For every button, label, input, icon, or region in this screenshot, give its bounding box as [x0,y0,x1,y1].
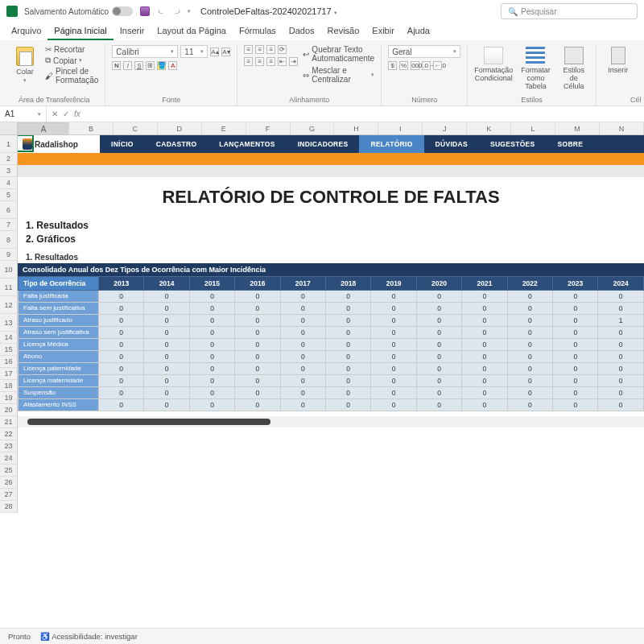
data-cell[interactable]: 0 [507,326,552,338]
data-cell[interactable]: 0 [371,326,416,338]
data-cell[interactable]: 0 [462,290,507,302]
menu-página-inicial[interactable]: Página Inicial [47,23,113,40]
data-cell[interactable]: 0 [280,374,325,386]
row-header-11[interactable]: 11 [0,279,18,296]
row-header-3[interactable]: 3 [0,165,18,177]
row-header-21[interactable]: 21 [0,416,18,428]
data-cell[interactable]: 0 [598,350,644,362]
merge-center-button[interactable]: ⇔Mesclar e Centralizar ▾ [303,66,374,84]
qat-dropdown[interactable]: ▾ [188,8,191,14]
data-cell[interactable]: 0 [144,374,189,386]
data-cell[interactable]: 0 [189,326,234,338]
row-header-13[interactable]: 13 [0,314,18,332]
menu-exibir[interactable]: Exibir [365,23,401,40]
col-header-J[interactable]: J [423,122,467,134]
row-header-15[interactable]: 15 [0,344,18,356]
data-cell[interactable]: 0 [280,326,325,338]
data-cell[interactable]: 0 [189,350,234,362]
col-header-A[interactable]: A [18,122,69,135]
row-header-5[interactable]: 5 [0,189,18,201]
data-cell[interactable]: 0 [235,386,280,398]
data-cell[interactable]: 0 [553,338,598,350]
data-cell[interactable]: 0 [462,338,507,350]
data-cell[interactable]: 0 [280,350,325,362]
menu-fórmulas[interactable]: Fórmulas [233,23,283,40]
select-all-corner[interactable] [0,122,18,134]
data-cell[interactable]: 0 [326,290,371,302]
nav-dúvidas[interactable]: DÚVIDAS [424,135,479,153]
data-cell[interactable]: 0 [507,374,552,386]
toggle-icon[interactable] [112,6,133,16]
row-header-18[interactable]: 18 [0,380,18,392]
fill-color-button[interactable]: 🪣 [157,61,166,70]
data-cell[interactable]: 0 [189,362,234,374]
data-cell[interactable]: 0 [280,338,325,350]
row-header-23[interactable]: 23 [0,440,18,452]
number-format-select[interactable]: Geral▾ [388,45,460,58]
row-header-19[interactable]: 19 [0,392,18,404]
data-cell[interactable]: 0 [280,398,325,411]
data-cell[interactable]: 0 [189,338,234,350]
data-cell[interactable]: 0 [99,326,144,338]
increase-font-button[interactable]: A▴ [210,47,219,56]
inc-decimal[interactable]: .0→ [422,61,431,70]
data-cell[interactable]: 0 [99,374,144,386]
row-header-17[interactable]: 17 [0,368,18,380]
data-cell[interactable]: 0 [371,350,416,362]
formula-bar[interactable]: ✕✓fx [47,106,644,122]
data-cell[interactable]: 0 [462,326,507,338]
data-cell[interactable]: 0 [553,374,598,386]
menu-dados[interactable]: Dados [283,23,321,40]
data-cell[interactable]: 0 [507,314,552,326]
copy-button[interactable]: ⧉Copiar ▾ [45,56,98,65]
sheet-content[interactable]: Radalishop INÍCIOCADASTROLANÇAMENTOSINDI… [18,135,644,513]
data-cell[interactable]: 0 [326,302,371,314]
data-cell[interactable]: 0 [144,350,189,362]
bold-button[interactable]: N [112,61,121,70]
data-cell[interactable]: 0 [326,374,371,386]
row-header-9[interactable]: 9 [0,249,18,261]
font-select[interactable]: Calibri▾ [112,45,178,58]
col-header-C[interactable]: C [114,122,158,134]
align-mid[interactable]: ≡ [255,45,264,54]
data-cell[interactable]: 0 [553,314,598,326]
data-cell[interactable]: 0 [144,326,189,338]
data-cell[interactable]: 0 [189,302,234,314]
data-cell[interactable]: 0 [598,302,644,314]
nav-início[interactable]: INÍCIO [100,135,145,153]
font-color-button[interactable]: A [168,61,177,70]
nav-lançamentos[interactable]: LANÇAMENTOS [208,135,286,153]
data-cell[interactable]: 0 [416,302,461,314]
row-header-8[interactable]: 8 [0,231,18,249]
data-cell[interactable]: 0 [598,386,644,398]
indent-inc[interactable]: ⇥ [289,57,298,66]
menu-arquivo[interactable]: Arquivo [5,23,47,40]
data-cell[interactable]: 0 [99,314,144,326]
col-header-D[interactable]: D [158,122,202,134]
data-cell[interactable]: 0 [235,398,280,411]
data-cell[interactable]: 0 [416,362,461,374]
nav-cadastro[interactable]: CADASTRO [145,135,208,153]
toc-item[interactable]: 1. Resultados [26,219,644,233]
data-cell[interactable]: 0 [553,350,598,362]
orientation[interactable]: ⟳ [278,45,287,54]
data-cell[interactable]: 0 [553,386,598,398]
horizontal-scrollbar[interactable] [18,416,644,427]
comma-button[interactable]: 000 [411,61,419,70]
data-cell[interactable]: 0 [235,362,280,374]
data-cell[interactable]: 0 [507,350,552,362]
data-cell[interactable]: 0 [416,326,461,338]
data-cell[interactable]: 0 [99,338,144,350]
col-header-L[interactable]: L [511,122,555,134]
data-cell[interactable]: 0 [371,386,416,398]
data-cell[interactable]: 0 [189,398,234,411]
data-cell[interactable]: 0 [144,398,189,411]
data-cell[interactable]: 0 [462,398,507,411]
paste-button[interactable]: Colar▾ [10,45,40,85]
data-cell[interactable]: 1 [598,314,644,326]
data-cell[interactable]: 0 [462,362,507,374]
data-cell[interactable]: 0 [280,290,325,302]
data-cell[interactable]: 0 [598,362,644,374]
data-cell[interactable]: 0 [371,302,416,314]
row-header-27[interactable]: 27 [0,489,18,501]
